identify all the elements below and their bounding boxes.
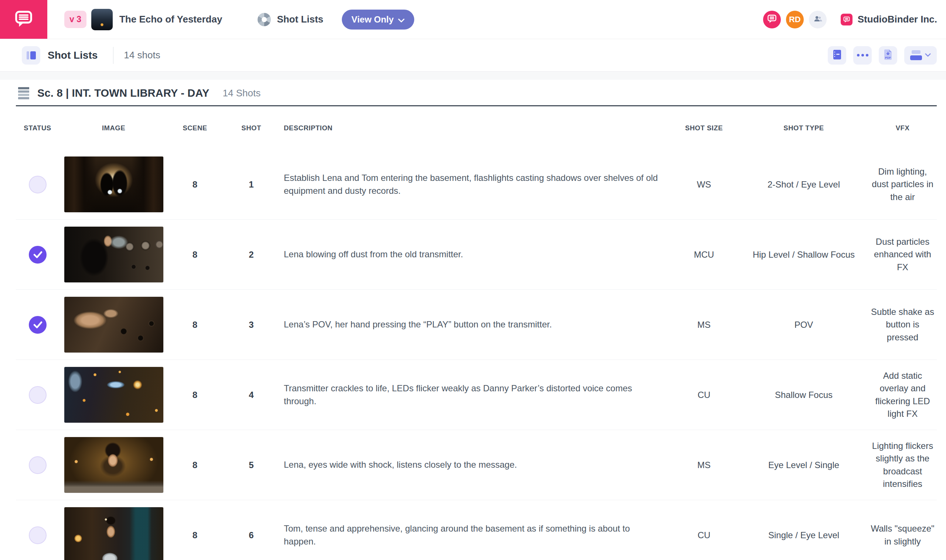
download-pdf-button[interactable]: PDF <box>879 46 897 65</box>
shot-vfx: Dust particles enhanced with FX <box>869 235 937 274</box>
top-header: v 3 The Echo of Yesterday Shot Lists Vie… <box>0 0 946 39</box>
shot-description: Lena blowing off dust from the old trans… <box>281 248 669 261</box>
toolbar-right: PDF <box>828 46 937 65</box>
avatar-studiobinder[interactable] <box>763 11 781 28</box>
shot-number: 1 <box>222 179 281 190</box>
org-logo-icon <box>841 14 852 25</box>
studiobinder-logo[interactable] <box>0 0 47 39</box>
status-checkbox[interactable] <box>29 316 46 334</box>
shot-thumbnail[interactable] <box>64 297 164 352</box>
checkmark-icon <box>33 321 43 329</box>
view-only-button[interactable]: View Only <box>342 9 414 29</box>
shot-vfx: Add static overlay and flickering LED li… <box>869 369 937 420</box>
shot-type: Eye Level / Single <box>739 460 869 470</box>
speech-bubble-icon <box>767 14 777 25</box>
shot-number: 4 <box>222 390 281 400</box>
status-cell <box>16 316 59 334</box>
table-row: 8 5 Lena, eyes wide with shock, listens … <box>16 430 937 500</box>
people-icon <box>813 14 823 25</box>
scene-header: Sc. 8 | INT. TOWN LIBRARY - DAY 14 Shots <box>16 86 937 106</box>
chevron-down-icon <box>925 52 931 58</box>
aperture-icon <box>258 13 271 26</box>
shot-vfx: Lighting flickers slightly as the broadc… <box>869 440 937 490</box>
scene-number: 8 <box>168 179 222 190</box>
shot-size: CU <box>669 530 739 540</box>
image-cell <box>59 367 168 423</box>
status-checkbox[interactable] <box>29 176 46 194</box>
shotlist-toolbar: Shot Lists 14 shots PDF <box>0 39 946 72</box>
toolbar-divider <box>113 47 113 64</box>
app-root: v 3 The Echo of Yesterday Shot Lists Vie… <box>0 0 946 560</box>
svg-text:PDF: PDF <box>885 56 891 59</box>
pdf-icon: PDF <box>884 49 892 61</box>
shot-type: POV <box>739 320 869 330</box>
version-badge[interactable]: v 3 <box>64 11 86 28</box>
scene-number: 8 <box>168 320 222 330</box>
column-header-shot: SHOT <box>222 124 281 132</box>
shot-count: 14 shots <box>124 49 160 61</box>
shot-thumbnail[interactable] <box>64 227 164 282</box>
scene-number: 8 <box>168 390 222 400</box>
shotlist-panel-button[interactable] <box>22 46 40 65</box>
status-checkbox[interactable] <box>29 246 46 263</box>
org-selector[interactable]: StudioBinder Inc. <box>841 14 937 25</box>
image-cell <box>59 437 168 493</box>
table-body: 8 1 Establish Lena and Tom entering the … <box>16 149 937 560</box>
column-header-shot-size: SHOT SIZE <box>669 124 739 132</box>
panel-icon <box>26 51 36 59</box>
shot-size: WS <box>669 179 739 190</box>
more-options-button[interactable] <box>853 46 872 65</box>
shot-description: Lena, eyes wide with shock, listens clos… <box>281 458 669 471</box>
column-header-image: IMAGE <box>59 124 168 132</box>
status-cell <box>16 386 59 404</box>
shot-thumbnail[interactable] <box>64 437 164 493</box>
status-cell <box>16 526 59 544</box>
scene-title: Sc. 8 | INT. TOWN LIBRARY - DAY <box>37 87 210 99</box>
status-cell <box>16 246 59 263</box>
org-name: StudioBinder Inc. <box>858 14 937 25</box>
shot-number: 5 <box>222 460 281 470</box>
toolbar-left: Shot Lists 14 shots <box>22 46 160 65</box>
checkmark-icon <box>33 251 43 259</box>
shot-description: Lena’s POV, her hand pressing the “PLAY”… <box>281 318 669 331</box>
image-cell <box>59 157 168 212</box>
column-header-shot-type: SHOT TYPE <box>739 124 869 132</box>
column-header-vfx: VFX <box>869 124 937 132</box>
avatar-rd[interactable]: RD <box>786 11 804 28</box>
shot-vfx: Walls "squeeze" in slightly <box>869 522 937 548</box>
table-row: 8 4 Transmitter crackles to life, LEDs f… <box>16 360 937 430</box>
project-poster-thumbnail[interactable] <box>91 9 113 30</box>
project-title: The Echo of Yesterday <box>119 14 222 25</box>
nav-shot-lists[interactable]: Shot Lists <box>277 14 323 25</box>
image-cell <box>59 507 168 560</box>
scene-number: 8 <box>168 249 222 260</box>
shot-type: Hip Level / Shallow Focus <box>739 249 869 260</box>
shot-description: Establish Lena and Tom entering the base… <box>281 172 669 197</box>
image-cell <box>59 227 168 282</box>
avatar-collaborators[interactable] <box>809 11 827 28</box>
shot-description: Transmitter crackles to life, LEDs flick… <box>281 382 669 408</box>
shot-number: 3 <box>222 320 281 330</box>
shot-vfx: Subtle shake as button is pressed <box>869 306 937 344</box>
shot-thumbnail[interactable] <box>64 157 164 212</box>
shot-size: MS <box>669 320 739 330</box>
shot-thumbnail[interactable] <box>64 367 164 423</box>
status-cell <box>16 176 59 194</box>
column-header-status: STATUS <box>16 124 59 132</box>
page-gap <box>0 72 946 80</box>
row-size-button[interactable] <box>904 46 937 65</box>
scene-shot-count: 14 Shots <box>223 88 261 99</box>
shot-number: 2 <box>222 249 281 260</box>
shot-type: Shallow Focus <box>739 390 869 400</box>
storyboard-button[interactable] <box>828 46 846 65</box>
rows-icon <box>910 50 922 60</box>
status-checkbox[interactable] <box>29 526 46 544</box>
status-checkbox[interactable] <box>29 386 46 404</box>
image-cell <box>59 297 168 352</box>
scene-drag-handle-icon[interactable] <box>18 86 29 100</box>
table-row: 8 2 Lena blowing off dust from the old t… <box>16 219 937 289</box>
shot-number: 6 <box>222 530 281 540</box>
shot-thumbnail[interactable] <box>64 507 164 560</box>
column-header-description: DESCRIPTION <box>281 124 669 132</box>
status-checkbox[interactable] <box>29 456 46 474</box>
